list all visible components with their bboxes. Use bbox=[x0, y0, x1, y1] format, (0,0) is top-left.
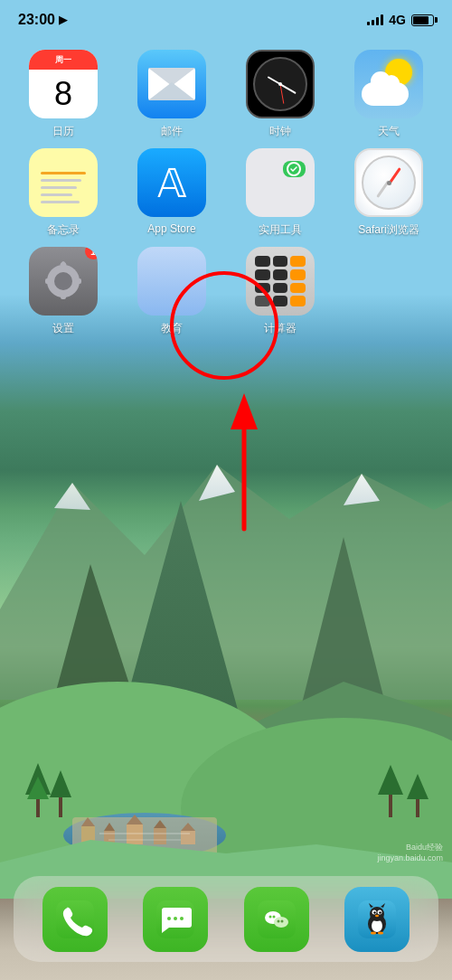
calc-key-8 bbox=[273, 283, 288, 294]
dock bbox=[14, 876, 438, 962]
utilities-icon bbox=[246, 148, 315, 217]
education-label: 教育 bbox=[161, 321, 183, 336]
messages-icon bbox=[143, 887, 208, 952]
app-calculator[interactable]: 计算器 bbox=[235, 247, 325, 336]
calc-key-1 bbox=[255, 256, 270, 267]
svg-point-61 bbox=[370, 907, 384, 921]
app-notes[interactable]: 备忘录 bbox=[18, 148, 108, 238]
calendar-label: 日历 bbox=[52, 124, 74, 139]
clock-icon bbox=[246, 50, 315, 118]
calc-key-10 bbox=[255, 296, 270, 306]
svg-point-60 bbox=[372, 919, 382, 932]
notes-line-5 bbox=[41, 201, 80, 203]
calculator-grid bbox=[246, 247, 315, 316]
notes-line-4 bbox=[41, 193, 72, 196]
app-row-1: 周一 8 日历 邮件 bbox=[18, 50, 434, 139]
svg-point-66 bbox=[375, 914, 379, 916]
svg-rect-20 bbox=[181, 831, 195, 844]
app-empty bbox=[344, 247, 434, 336]
qq-svg bbox=[358, 900, 396, 938]
education-icon bbox=[137, 247, 206, 316]
app-utilities[interactable]: 实用工具 bbox=[235, 148, 325, 238]
calc-key-3 bbox=[290, 256, 306, 267]
svg-rect-16 bbox=[127, 825, 143, 844]
app-grid: 周一 8 日历 邮件 bbox=[0, 50, 452, 345]
signal-bar-3 bbox=[376, 17, 379, 25]
signal-bars bbox=[367, 14, 383, 25]
signal-bar-2 bbox=[372, 20, 374, 25]
weather-cloud bbox=[362, 82, 409, 106]
app-safari[interactable]: Safari浏览器 bbox=[344, 148, 434, 238]
dock-app-phone[interactable] bbox=[42, 887, 108, 952]
status-time: 23:00 ▶ bbox=[18, 12, 67, 28]
appstore-icon: 𝔸 bbox=[137, 148, 206, 217]
settings-badge: 1 bbox=[85, 247, 98, 259]
svg-point-68 bbox=[378, 931, 383, 934]
svg-point-50 bbox=[180, 917, 184, 920]
app-education[interactable]: 教育 bbox=[127, 247, 217, 336]
qq-icon bbox=[344, 887, 410, 952]
calc-key-7 bbox=[255, 283, 270, 294]
appstore-symbol: 𝔸 bbox=[157, 160, 187, 206]
calc-key-11 bbox=[273, 296, 288, 306]
calendar-icon: 周一 8 bbox=[29, 50, 98, 118]
app-calendar[interactable]: 周一 8 日历 bbox=[18, 50, 108, 139]
mail-icon bbox=[137, 50, 206, 118]
battery-icon bbox=[411, 14, 434, 26]
svg-point-56 bbox=[277, 919, 279, 922]
landscape-image bbox=[0, 429, 452, 899]
appstore-label: App Store bbox=[147, 222, 195, 235]
app-settings[interactable]: 1 设置 bbox=[18, 247, 108, 336]
status-right-group: 4G bbox=[367, 13, 434, 27]
app-row-3: 1 设置 bbox=[18, 247, 434, 336]
svg-rect-18 bbox=[154, 828, 166, 844]
status-bar: 23:00 ▶ 4G bbox=[0, 0, 452, 40]
app-clock[interactable]: 时钟 bbox=[235, 50, 325, 139]
svg-point-57 bbox=[280, 919, 283, 922]
calendar-header: 周一 bbox=[29, 50, 98, 70]
notes-line-2 bbox=[41, 179, 81, 182]
safari-label: Safari浏览器 bbox=[358, 222, 419, 238]
wechat-icon bbox=[244, 887, 309, 952]
signal-bar-4 bbox=[381, 14, 383, 25]
phone-svg bbox=[56, 900, 94, 938]
clock-face bbox=[253, 57, 307, 111]
util-mini-2 bbox=[283, 161, 306, 177]
svg-point-49 bbox=[174, 917, 177, 920]
notes-line-1 bbox=[41, 172, 86, 174]
app-weather[interactable]: 天气 bbox=[344, 50, 434, 139]
weather-icon bbox=[354, 50, 423, 118]
app-row-2: 备忘录 𝔸 App Store 实用工具 bbox=[18, 148, 434, 238]
notes-content bbox=[41, 163, 86, 203]
time-display: 23:00 bbox=[18, 12, 55, 28]
settings-label: 设置 bbox=[52, 321, 74, 336]
app-mail[interactable]: 邮件 bbox=[127, 50, 217, 139]
clock-label: 时钟 bbox=[269, 124, 291, 139]
notes-icon bbox=[29, 148, 98, 217]
watermark: Baidu经验 jingyan.baidu.com bbox=[377, 842, 443, 862]
app-appstore[interactable]: 𝔸 App Store bbox=[127, 148, 217, 238]
calculator-label: 计算器 bbox=[264, 321, 297, 336]
clock-minute-hand bbox=[280, 83, 297, 93]
safari-center bbox=[387, 181, 391, 185]
svg-point-67 bbox=[371, 931, 376, 934]
dock-app-wechat[interactable] bbox=[244, 887, 309, 952]
dock-app-qq[interactable] bbox=[344, 887, 410, 952]
watermark-line-1: Baidu经验 bbox=[406, 842, 443, 853]
svg-point-55 bbox=[272, 915, 275, 918]
dock-app-messages[interactable] bbox=[143, 887, 208, 952]
calc-key-2 bbox=[273, 256, 288, 267]
svg-point-36 bbox=[54, 272, 72, 290]
safari-compass bbox=[362, 155, 416, 210]
empty-icon bbox=[354, 247, 423, 316]
calc-key-6 bbox=[290, 269, 306, 280]
signal-bar-1 bbox=[367, 22, 370, 25]
calc-key-5 bbox=[273, 269, 288, 280]
mail-envelope bbox=[148, 68, 195, 100]
svg-rect-30 bbox=[416, 797, 419, 817]
calendar-date: 8 bbox=[54, 70, 72, 118]
svg-rect-38 bbox=[61, 292, 66, 299]
location-icon: ▶ bbox=[59, 14, 67, 26]
calc-key-4 bbox=[255, 269, 270, 280]
calc-key-12 bbox=[290, 296, 306, 306]
